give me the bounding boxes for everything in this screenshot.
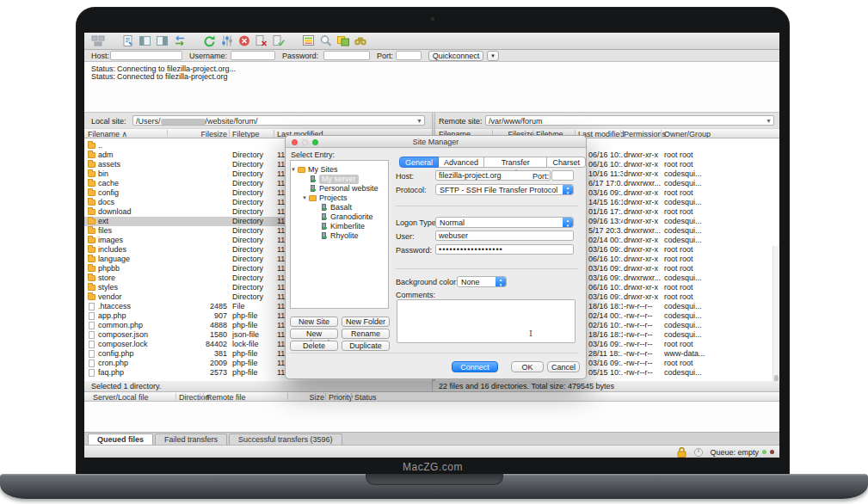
column-header-status[interactable]: Status (354, 393, 377, 402)
sync-browsing-icon[interactable] (336, 34, 350, 48)
tab-advanced[interactable]: Advanced (439, 157, 484, 168)
cell-modified: 14/15 16:1... (588, 198, 623, 207)
queue-tab-failed-transfers[interactable]: Failed transfers (155, 433, 227, 445)
cell-permissions: drwxr-xr-x (624, 169, 662, 179)
site-manager-icon[interactable] (90, 34, 105, 48)
remote-site-combo[interactable]: /var/www/forum ▼ (485, 115, 774, 126)
tree-item-basalt[interactable]: Basalt (291, 203, 388, 212)
folder-icon (298, 167, 305, 173)
remote-site-bar: Remote site: /var/www/forum ▼ (435, 113, 779, 128)
tree-item-label: Granodiorite (330, 212, 373, 222)
column-divider[interactable] (287, 393, 288, 400)
queue-tab-queued-files[interactable]: Queued files (88, 433, 153, 445)
refresh-icon[interactable] (202, 34, 217, 48)
filter-icon[interactable] (301, 34, 316, 48)
find-icon[interactable] (353, 34, 367, 48)
queue-column-header[interactable]: Server/Local fileDirectionRemote fileSiz… (84, 392, 779, 402)
tree-item-personal-website[interactable]: Personal website (291, 184, 388, 194)
toggle-local-tree-icon[interactable] (138, 34, 152, 48)
quickconnect-button[interactable]: Quickconnect (428, 51, 483, 61)
logon-type-select[interactable]: Normal▲▼ (435, 217, 574, 228)
column-divider[interactable] (167, 130, 168, 137)
quickconnect-dropdown-button[interactable]: ▼ (487, 51, 499, 61)
background-color-select[interactable]: None▲▼ (457, 276, 507, 287)
column-divider[interactable] (203, 393, 204, 400)
disconnect-icon[interactable] (254, 34, 268, 48)
cell-owner-group: codesqui... (664, 226, 714, 236)
log-label: Status: (91, 73, 115, 81)
column-header-direction[interactable]: Direction (179, 393, 210, 402)
column-header-owner-group[interactable]: Owner/Group (664, 130, 711, 138)
user-field[interactable]: webuser (435, 230, 574, 241)
tree-item-granodiorite[interactable]: Granodiorite (291, 212, 388, 222)
reconnect-icon[interactable] (271, 34, 286, 48)
cancel-icon[interactable] (237, 34, 251, 48)
zoom-traffic-light[interactable] (312, 139, 318, 145)
button-connect[interactable]: Connect (452, 361, 498, 372)
comments-textarea[interactable] (397, 299, 576, 343)
cell-owner-group: codesqui... (664, 311, 714, 321)
activity-icon (693, 446, 704, 458)
column-divider[interactable] (620, 130, 621, 137)
cell-modified: 09/16 13:4... (588, 217, 623, 226)
column-divider[interactable] (661, 130, 662, 137)
cell-permissions: drwxr-xr-x (624, 264, 662, 274)
button-new-folder[interactable]: New Folder (342, 317, 390, 327)
combo-arrow-icon[interactable]: ▼ (416, 117, 422, 126)
column-header-filename[interactable]: Filename ∧ (88, 130, 127, 138)
toggle-queue-icon[interactable] (172, 34, 187, 48)
column-header-size[interactable]: Size (291, 393, 324, 402)
port-input[interactable] (396, 51, 422, 60)
tab-charset[interactable]: Charset (547, 157, 586, 168)
close-traffic-light[interactable] (292, 139, 298, 145)
button-duplicate[interactable]: Duplicate (342, 341, 390, 351)
password-field[interactable]: •••••••••••••••••• (435, 244, 574, 255)
expand-arrow-icon[interactable]: ▼ (291, 165, 296, 175)
cell-filetype: Directory (232, 198, 275, 207)
expand-arrow-icon[interactable]: ▼ (302, 194, 307, 203)
compare-icon[interactable] (318, 34, 333, 48)
local-path-suffix: /website/forum/ (206, 117, 258, 126)
local-site-combo[interactable]: /Users//website/forum/ ▼ (132, 115, 425, 126)
column-divider[interactable] (175, 393, 176, 400)
cell-permissions: -rw-r--r-- (624, 330, 662, 340)
button-new-bookmark[interactable]: New Bookmark (290, 329, 338, 339)
tree-item-projects[interactable]: ▼Projects (291, 194, 388, 203)
username-input[interactable] (231, 51, 275, 60)
tab-general[interactable]: General (399, 157, 439, 168)
log-row: Status:Connected to filezilla-project.or… (84, 73, 779, 81)
button-new-site[interactable]: New Site (290, 317, 338, 327)
tree-item-kimberlite[interactable]: Kimberlite (291, 222, 388, 231)
button-ok[interactable]: OK (511, 361, 544, 372)
queue-tab-successful-transfers-3596-[interactable]: Successful transfers (3596) (229, 433, 342, 445)
column-divider[interactable] (274, 130, 274, 137)
button-rename[interactable]: Rename (342, 329, 390, 339)
settings-tabs: GeneralAdvancedTransfer SettingsCharset (399, 157, 586, 168)
password-input[interactable] (323, 51, 370, 60)
password-field-label: Password: (396, 246, 432, 255)
protocol-select[interactable]: SFTP - SSH File Transfer Protocol▲▼ (435, 184, 574, 195)
combo-arrow-icon[interactable]: ▼ (766, 117, 772, 126)
button-delete[interactable]: Delete (290, 341, 338, 351)
tab-transfer-settings[interactable]: Transfer Settings (484, 157, 547, 168)
tree-item-my-sites[interactable]: ▼My Sites (291, 165, 388, 175)
button-cancel[interactable]: Cancel (547, 361, 580, 372)
minimize-traffic-light[interactable] (302, 139, 308, 145)
column-divider[interactable] (325, 393, 326, 400)
host-input[interactable] (110, 51, 182, 60)
cell-modified: 01/16 17:... (588, 207, 623, 217)
column-header-permissions[interactable]: Permissions (624, 130, 666, 138)
toggle-log-icon[interactable] (120, 34, 135, 48)
column-divider[interactable] (351, 393, 352, 400)
column-header-remote-file[interactable]: Remote file (206, 393, 246, 402)
column-header-server-local-file[interactable]: Server/Local file (93, 393, 149, 402)
port-field[interactable] (551, 170, 574, 181)
tree-item-rhyolite[interactable]: Rhyolite (291, 231, 388, 241)
column-header-priority[interactable]: Priority (329, 393, 353, 402)
column-divider[interactable] (229, 130, 230, 137)
column-header-filesize[interactable]: Filesize (170, 130, 227, 138)
column-header-filetype[interactable]: Filetype (232, 130, 260, 138)
toggle-remote-tree-icon[interactable] (155, 34, 169, 48)
tree-item-my-server[interactable]: My server (291, 175, 388, 184)
process-queue-icon[interactable] (219, 34, 234, 48)
